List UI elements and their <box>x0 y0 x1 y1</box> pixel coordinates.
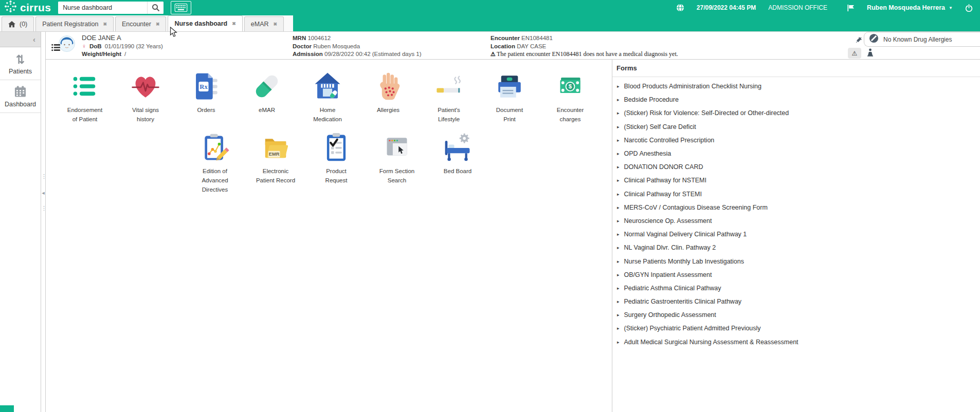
form-item-label: (Sticker) Risk for Violence: Self-Direct… <box>624 109 789 117</box>
encounter-label: Encounter <box>491 35 520 41</box>
form-item-sticker-risk-for-violence-self-directed-or-other-directed[interactable]: ▸(Sticker) Risk for Violence: Self-Direc… <box>612 106 980 120</box>
form-item-ob-gyn-inpatient-assessment[interactable]: ▸OB/GYN Inpatient Assessment <box>612 268 980 282</box>
expand-arrow-icon[interactable]: ▸ <box>617 138 620 143</box>
globe-icon[interactable] <box>676 4 684 12</box>
expand-arrow-icon[interactable]: ▸ <box>617 192 620 197</box>
avatar[interactable] <box>59 35 75 54</box>
form-item-sticker-psychiatric-patient-admitted-previously[interactable]: ▸(Sticker) Psychiatric Patient Admitted … <box>612 322 980 335</box>
expand-arrow-icon[interactable]: ▸ <box>617 124 620 129</box>
shortcut-label: Vital signshistory <box>115 105 176 124</box>
warning-triangle-icon[interactable]: ⚠ <box>848 48 861 59</box>
expand-arrow-icon[interactable]: ▸ <box>617 110 620 116</box>
form-item-surgery-orthopedic-assessment[interactable]: ▸Surgery Orthopedic Assessment <box>612 308 980 322</box>
expand-arrow-icon[interactable]: ▸ <box>617 272 620 277</box>
browser-cursor-icon <box>380 131 413 164</box>
form-item-donation-donor-card[interactable]: ▸DONATION DONOR CARD <box>612 160 980 174</box>
user-menu[interactable]: Ruben Mosqueda Herrera ▼ <box>867 4 953 11</box>
splitter-collapse-icon[interactable]: ◂ <box>41 190 45 196</box>
search-icon[interactable] <box>147 2 164 14</box>
sidebar-item-patients[interactable]: Patients <box>0 47 41 80</box>
close-icon[interactable]: ✖ <box>274 22 278 27</box>
tab-emar[interactable]: eMAR✖ <box>244 16 284 31</box>
form-item-blood-products-administration-checklist-nursing[interactable]: ▸Blood Products Administration Checklist… <box>612 80 980 93</box>
dashboard-shortcut-encounter-charges[interactable]: $Encountercharges <box>540 70 601 124</box>
dashboard-shortcut-emar[interactable]: eMAR <box>237 70 297 124</box>
form-item-pediatric-gastroenteritis-clinical-pathway[interactable]: ▸Pediatric Gastroenteritis Clinical Path… <box>612 295 980 308</box>
expand-arrow-icon[interactable]: ▸ <box>617 326 620 331</box>
expand-arrow-icon[interactable]: ▸ <box>617 299 620 304</box>
expand-arrow-icon[interactable]: ▸ <box>617 218 620 223</box>
expand-arrow-icon[interactable]: ▸ <box>617 164 620 170</box>
shortcut-label: Patient'sLifestyle <box>419 105 479 124</box>
form-item-nl-vaginal-dlvr-clin-pathway-2[interactable]: ▸NL Vaginal Dlvr. Clin. Pathway 2 <box>612 241 980 254</box>
form-item-sticker-self-care-deficit[interactable]: ▸(Sticker) Self Care Deficit <box>612 120 980 134</box>
power-icon[interactable] <box>965 4 973 12</box>
dashboard-shortcut-allergies[interactable]: Allergies <box>358 70 419 124</box>
syringe-icon[interactable] <box>855 36 863 46</box>
tab-encounter[interactable]: Encounter✖ <box>115 16 167 31</box>
keyboard-icon[interactable] <box>171 1 191 14</box>
isolation-icon[interactable] <box>866 48 874 59</box>
close-icon[interactable]: ✖ <box>103 22 107 27</box>
sidebar-collapse-button[interactable]: ‹ <box>0 32 41 47</box>
dashboard-shortcut-form-section-search[interactable]: Form SectionSearch <box>367 131 427 194</box>
patient-menu-icon[interactable] <box>51 44 60 53</box>
dashboard-shortcut-endorsement-of-patient[interactable]: Endorsementof Patient <box>55 70 115 124</box>
form-item-clinical-pathway-for-nstemi[interactable]: ▸Clinical Pathway for NSTEMI <box>612 174 980 187</box>
dashboard-shortcut-electronic-patient-record[interactable]: EMRElectronicPatient Record <box>245 131 306 194</box>
house-medication-icon <box>311 70 344 103</box>
splitter-grip-icon[interactable]: ⋮ <box>41 174 45 179</box>
form-item-clinical-pathway-for-stemi[interactable]: ▸Clinical Pathway for STEMI <box>612 188 980 201</box>
expand-arrow-icon[interactable]: ▸ <box>617 232 620 237</box>
close-icon[interactable]: ✖ <box>156 22 160 27</box>
tab-label: (0) <box>20 21 27 28</box>
expand-arrow-icon[interactable]: ▸ <box>617 205 620 210</box>
dashboard-shortcut-document-print[interactable]: DocumentPrint <box>479 70 540 124</box>
expand-arrow-icon[interactable]: ▸ <box>617 97 620 102</box>
expand-arrow-icon[interactable]: ▸ <box>617 259 620 264</box>
shortcut-label: Bed Board <box>427 166 488 176</box>
diagnosis-warning-text: The patient encounter EN1084481 does not… <box>497 50 678 58</box>
expand-arrow-icon[interactable]: ▸ <box>617 178 620 183</box>
dashboard-shortcut-edition-of-advanced-directives[interactable]: Edition ofAdvancedDirectives <box>185 131 245 194</box>
user-name-label: Ruben Mosqueda Herrera <box>867 4 945 11</box>
form-item-narcotic-controlled-prescription[interactable]: ▸Narcotic Controlled Prescription <box>612 134 980 147</box>
expand-arrow-icon[interactable]: ▸ <box>617 84 620 89</box>
flag-icon[interactable] <box>847 4 855 12</box>
close-icon[interactable]: ✖ <box>232 21 236 26</box>
expand-arrow-icon[interactable]: ▸ <box>617 312 620 317</box>
dashboard-shortcut-product-request[interactable]: ProductRequest <box>306 131 367 194</box>
dashboard-shortcut-orders[interactable]: RxOrders <box>176 70 237 124</box>
sidebar-item-dashboard[interactable]: Dashboard <box>0 80 41 113</box>
form-item-normal-vaginal-delivery-clinical-pathway-1[interactable]: ▸Normal Vaginal Delivery Clinical Pathwa… <box>612 228 980 241</box>
form-item-pediatric-asthma-clinical-pathway[interactable]: ▸Pediatric Asthma Clinical Pathway <box>612 282 980 295</box>
dashboard-shortcut-vital-signs-history[interactable]: Vital signshistory <box>115 70 176 124</box>
expand-arrow-icon[interactable]: ▸ <box>617 286 620 291</box>
splitter-grip-icon[interactable]: ⋮ <box>41 205 45 211</box>
dashboard-shortcut-home-medication[interactable]: HomeMedication <box>297 70 358 124</box>
office-label: ADMISSION OFFICE <box>768 4 827 11</box>
form-item-adult-medical-surgical-nursing-assessment-reassessment[interactable]: ▸Adult Medical Surgical Nursing Assessme… <box>612 335 980 349</box>
dashboard-shortcut-bed-board[interactable]: Bed Board <box>427 131 488 194</box>
svg-text:EMR: EMR <box>269 152 280 157</box>
panel-splitter[interactable]: ⋮ ◂ ⋮ <box>41 32 45 412</box>
form-item-opd-anesthesia[interactable]: ▸OPD Anesthesia <box>612 147 980 160</box>
form-item-mers-cov-contagious-disease-screening-form[interactable]: ▸MERS-CoV / Contagious Disease Screening… <box>612 201 980 214</box>
expand-arrow-icon[interactable]: ▸ <box>617 151 620 156</box>
form-item-neuroscience-op-assessment[interactable]: ▸Neuroscience Op. Assessment <box>612 214 980 228</box>
form-item-label: NL Vaginal Dlvr. Clin. Pathway 2 <box>624 244 716 251</box>
form-item-bedside-procedure[interactable]: ▸Bedside Procedure <box>612 93 980 106</box>
tab-patient-registration[interactable]: Patient Registration✖ <box>35 16 114 31</box>
expand-arrow-icon[interactable]: ▸ <box>617 340 620 345</box>
expand-arrow-icon[interactable]: ▸ <box>617 245 620 250</box>
search-input[interactable] <box>58 2 147 14</box>
tab-home[interactable]: (0) <box>2 16 34 31</box>
allergy-status-box[interactable]: No Known Drug Allergies <box>864 32 980 47</box>
shortcut-label: Endorsementof Patient <box>55 105 115 124</box>
dashboard-shortcut-patient-s-lifestyle[interactable]: Patient'sLifestyle <box>419 70 479 124</box>
sidebar-nav: PatientsDashboard <box>0 47 41 113</box>
main-panel: DOE JANE A ♀ DoB 01/01/1990 (32 Years) W… <box>45 32 980 412</box>
form-item-nurse-patients-monthly-lab-investigations[interactable]: ▸Nurse Patients Monthly Lab Investigatio… <box>612 254 980 268</box>
tab-nurse-dashboard[interactable]: Nurse dashboard✖ <box>168 15 242 31</box>
tab-label: Encounter <box>122 21 151 28</box>
